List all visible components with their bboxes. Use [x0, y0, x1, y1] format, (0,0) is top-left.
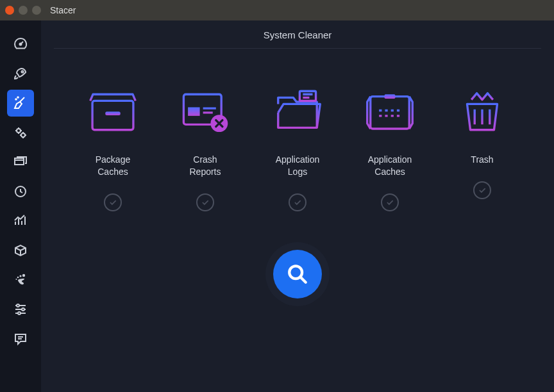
sidebar [0, 20, 41, 392]
svg-point-13 [22, 308, 24, 311]
category-trash: Trash [437, 87, 527, 211]
gnome-icon [13, 272, 28, 288]
close-window-button[interactable] [5, 6, 14, 15]
windows-icon [13, 154, 28, 170]
sidebar-item-processes[interactable] [7, 149, 34, 176]
sidebar-item-gnome-settings[interactable] [7, 266, 34, 293]
svg-point-0 [20, 44, 22, 45]
category-label: Application Caches [368, 154, 412, 178]
sidebar-item-settings[interactable] [7, 296, 34, 323]
check-icon [478, 186, 487, 195]
search-icon [287, 263, 308, 285]
sidebar-item-services[interactable] [7, 119, 34, 146]
svg-rect-16 [105, 111, 121, 115]
scan-button[interactable] [273, 250, 322, 298]
svg-point-11 [16, 279, 17, 280]
trash-icon [455, 87, 509, 137]
box-icon [13, 243, 28, 258]
category-label: Crash Reports [189, 154, 221, 178]
svg-rect-15 [92, 101, 133, 129]
sliders-icon [13, 302, 28, 317]
category-checkbox-crash-reports[interactable] [196, 193, 214, 211]
svg-point-9 [19, 275, 21, 277]
gauge-icon [13, 37, 28, 52]
category-checkbox-application-logs[interactable] [289, 193, 306, 211]
gears-icon [13, 125, 28, 140]
rocket-icon [13, 66, 28, 81]
crash-reports-icon [178, 87, 232, 137]
svg-point-10 [17, 277, 19, 279]
sidebar-item-resources[interactable] [7, 208, 34, 234]
svg-point-14 [18, 312, 21, 314]
category-label: Trash [471, 154, 493, 166]
sidebar-item-system-cleaner[interactable] [7, 90, 34, 117]
category-checkbox-package-caches[interactable] [104, 193, 122, 211]
svg-rect-22 [385, 94, 396, 99]
category-application-caches: Application Caches [345, 87, 435, 211]
chart-icon [13, 213, 28, 229]
svg-rect-20 [299, 91, 315, 101]
category-checkbox-application-caches[interactable] [381, 193, 399, 211]
svg-point-2 [15, 99, 17, 100]
category-checkbox-trash[interactable] [473, 181, 491, 199]
check-icon [108, 198, 117, 207]
main-content: System Cleaner Package Caches [41, 20, 554, 392]
window-controls [5, 6, 41, 15]
category-label: Package Caches [96, 154, 130, 178]
broom-icon [13, 95, 28, 111]
svg-rect-6 [15, 158, 24, 165]
category-package-caches: Package Caches [68, 87, 158, 211]
svg-point-5 [21, 133, 25, 137]
svg-rect-21 [371, 97, 409, 129]
application-logs-icon [271, 87, 324, 137]
check-icon [293, 198, 302, 207]
page-title: System Cleaner [54, 29, 541, 49]
titlebar: Stacer [0, 0, 554, 20]
svg-point-12 [17, 304, 19, 307]
categories-row: Package Caches Crash Re [54, 87, 541, 211]
package-open-icon [13, 184, 28, 199]
window-title: Stacer [50, 5, 76, 15]
category-label: Application Logs [276, 154, 320, 178]
sidebar-item-dashboard[interactable] [7, 31, 34, 58]
category-application-logs: Application Logs [253, 87, 342, 211]
maximize-window-button[interactable] [32, 6, 41, 15]
category-crash-reports: Crash Reports [160, 87, 250, 211]
svg-point-3 [17, 97, 19, 98]
scan-area [54, 250, 541, 298]
minimize-window-button[interactable] [19, 6, 28, 15]
check-icon [385, 198, 394, 207]
sidebar-item-feedback[interactable] [7, 325, 34, 352]
svg-rect-18 [188, 107, 199, 115]
sidebar-item-startup-apps[interactable] [7, 60, 34, 87]
application-caches-icon [363, 87, 417, 137]
svg-point-8 [22, 274, 25, 277]
svg-point-4 [17, 129, 21, 133]
speech-icon [13, 331, 28, 347]
check-icon [201, 198, 210, 207]
sidebar-item-apt-repos[interactable] [7, 237, 34, 264]
svg-point-1 [22, 71, 24, 73]
sidebar-item-uninstaller[interactable] [7, 178, 34, 205]
package-caches-icon [86, 87, 140, 137]
